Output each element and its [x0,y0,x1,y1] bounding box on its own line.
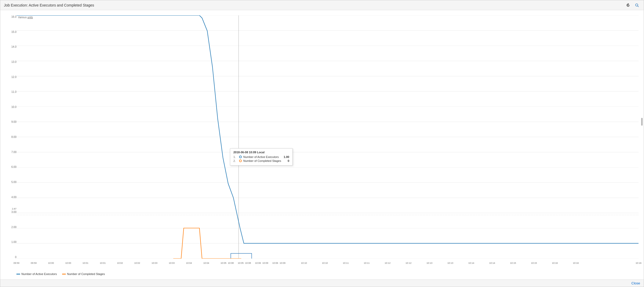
tooltip-row-1-index: 1. [233,155,238,158]
zoom-button[interactable] [634,2,640,8]
y-tick-16: 16.0 [3,15,16,18]
svg-text:10:16: 10:16 [552,262,558,264]
legend-item-active-executors: Number of Active Executors [16,272,57,276]
svg-text:10:12: 10:12 [385,262,391,264]
title-actions [625,2,640,8]
reset-zoom-button[interactable] [625,2,631,8]
svg-text:10:13: 10:13 [447,262,453,264]
tooltip-row-1: 1. Number of Active Executors 1.00 [233,155,289,158]
svg-text:10:03: 10:03 [169,262,175,264]
legend-label-completed-stages: Number of Completed Stages [67,272,105,276]
y-tick-13: 13.0 [3,60,16,63]
y-tick-2: 2.00 [3,226,16,229]
svg-text:10:06: 10:06 [272,262,278,264]
tooltip-label-1: Number of Active Executors [243,155,282,158]
legend-item-completed-stages: Number of Completed Stages [62,272,105,276]
y-tick-0: 0 [3,256,16,259]
y-tick-10: 10.0 [3,106,16,108]
y-tick-12: 12.0 [3,76,16,78]
close-bar: Close [0,279,644,287]
tooltip-value-1: 1.00 [284,155,289,158]
svg-text:10:16: 10:16 [573,262,579,264]
window-title: Job Execution: Active Executors and Comp… [4,3,94,7]
chart-container: Various units 0 1.00 2.00 3.00 2.87 4.00… [0,10,644,279]
svg-text:10:02: 10:02 [134,262,140,264]
svg-text:10:11: 10:11 [364,262,370,264]
y-tick-15: 15.0 [3,30,16,33]
svg-text:10:01: 10:01 [82,262,88,264]
y-tick-4: 4.00 [3,196,16,199]
y-tick-6: 6.00 [3,166,16,168]
svg-text:10:10: 10:10 [322,262,328,264]
tooltip-label-2: Number of Completed Stages [243,159,286,162]
svg-text:10:04: 10:04 [203,262,209,264]
svg-text:10:08: 10:08 [245,262,251,264]
svg-text:10:06: 10:06 [255,262,261,264]
tooltip-row-2: 2. Number of Completed Stages 0 [233,159,289,162]
tooltip-timestamp: 2018-06-08 10:09 Local [233,151,289,154]
svg-text:10:11: 10:11 [343,262,349,264]
chart-legend: Number of Active Executors Number of Com… [16,272,105,276]
grid-lines [16,15,639,259]
x-axis: 09:59 09:59 10:00 10:00 10:01 10:01 10:0… [16,260,639,265]
legend-dot-active-executors [16,274,20,274]
scrollbar-handle[interactable] [641,118,643,126]
chart-svg [16,15,639,259]
tooltip-dot-1 [239,156,242,158]
svg-text:10:12: 10:12 [406,262,412,264]
svg-text:10:16: 10:16 [636,262,642,264]
y-tick-11: 11.0 [3,90,16,93]
svg-text:10:08: 10:08 [228,262,234,264]
crosshair-box [231,253,252,259]
y-axis: 0 1.00 2.00 3.00 2.87 4.00 5.00 6.00 7.0… [3,15,16,259]
svg-text:10:00: 10:00 [65,262,71,264]
svg-text:10:14: 10:14 [489,262,495,264]
svg-text:09:59: 09:59 [31,262,37,264]
svg-text:10:04: 10:04 [186,262,192,264]
svg-text:10:09: 10:09 [280,262,286,264]
svg-text:10:00: 10:00 [48,262,54,264]
close-button[interactable]: Close [631,281,640,285]
svg-text:10:02: 10:02 [117,262,123,264]
y-tick-9: 9.00 [3,120,16,123]
svg-text:10:10: 10:10 [301,262,307,264]
svg-text:10:01: 10:01 [100,262,106,264]
svg-text:10:05: 10:05 [238,262,244,264]
chart-tooltip: 2018-06-08 10:09 Local 1. Number of Acti… [230,148,293,166]
y-tick-1: 1.00 [3,241,16,243]
svg-text:10:13: 10:13 [427,262,433,264]
svg-text:09:59: 09:59 [14,262,20,264]
y-tick-14: 14.0 [3,45,16,48]
svg-text:10:05: 10:05 [221,262,227,264]
tooltip-value-2: 0 [288,159,289,162]
svg-text:10:14: 10:14 [468,262,474,264]
svg-text:10:15: 10:15 [531,262,537,264]
legend-label-active-executors: Number of Active Executors [21,272,57,276]
y-tick-8: 8.00 [3,136,16,138]
title-bar: Job Execution: Active Executors and Comp… [0,0,644,10]
tooltip-dot-2 [239,160,242,162]
svg-text:10:03: 10:03 [151,262,157,264]
active-executors-line [16,15,639,243]
y-tick-5: 5.00 [3,181,16,184]
main-window: Job Execution: Active Executors and Comp… [0,0,644,287]
legend-dot-completed-stages [62,274,66,274]
y-tick-7: 7.00 [3,151,16,154]
svg-text:10:15: 10:15 [510,262,516,264]
tooltip-row-2-index: 2. [233,159,238,162]
svg-text:10:09: 10:09 [262,262,268,264]
svg-line-1 [638,6,639,7]
y-tick-3: 3.00 2.87 [3,211,16,213]
